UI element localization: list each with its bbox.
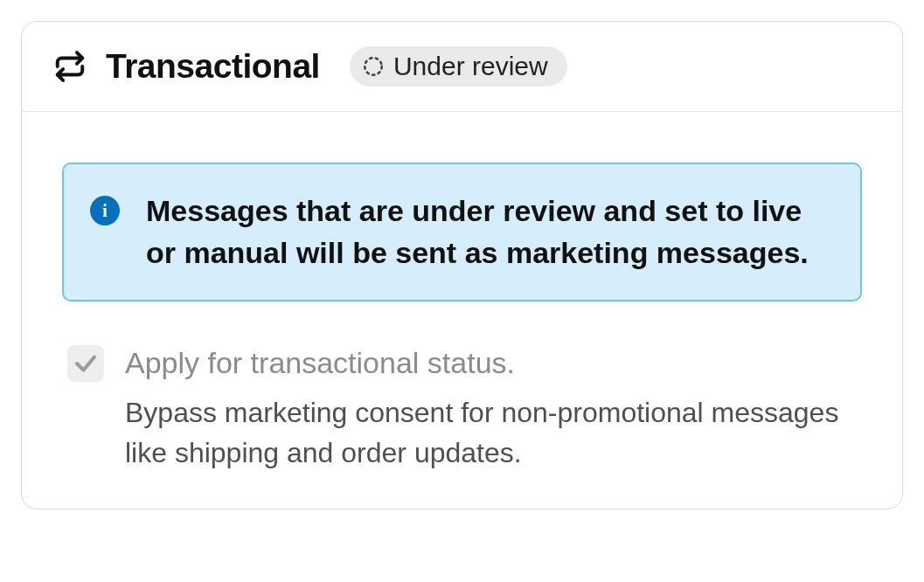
card-body: i Messages that are under review and set… <box>22 112 902 509</box>
svg-point-0 <box>365 58 382 75</box>
apply-transactional-checkbox <box>67 345 104 382</box>
card-title: Transactional <box>106 47 320 86</box>
transactional-card: Transactional Under review i Messages th… <box>21 21 903 509</box>
info-callout: i Messages that are under review and set… <box>62 163 862 301</box>
dotted-circle-icon <box>362 55 385 78</box>
status-badge-label: Under review <box>393 52 548 81</box>
apply-transactional-row: Apply for transactional status. Bypass m… <box>62 343 862 474</box>
apply-transactional-description: Bypass marketing consent for non-promoti… <box>125 392 857 474</box>
apply-transactional-label: Apply for transactional status. <box>125 343 857 384</box>
transactional-icon <box>53 50 87 83</box>
info-callout-text: Messages that are under review and set t… <box>146 191 825 274</box>
status-badge: Under review <box>350 46 567 87</box>
info-icon: i <box>90 196 120 225</box>
checkbox-content: Apply for transactional status. Bypass m… <box>125 343 857 474</box>
card-header: Transactional Under review <box>22 22 902 112</box>
